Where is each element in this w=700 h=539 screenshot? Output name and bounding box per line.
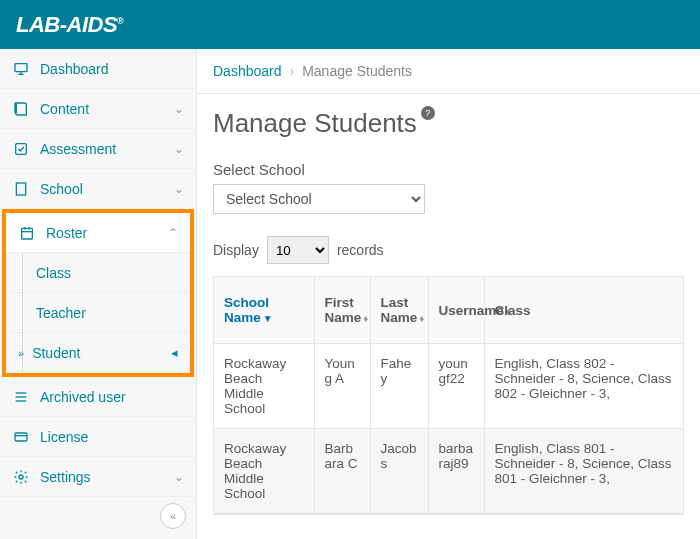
table-row: Rockaway Beach Middle School Young A Fah… xyxy=(214,344,684,429)
column-header-label: Last Name xyxy=(381,295,418,325)
help-icon[interactable]: ? xyxy=(421,106,435,120)
breadcrumb: Dashboard › Manage Students xyxy=(197,49,700,94)
sidebar-item-settings[interactable]: Settings ⌄ xyxy=(0,457,196,497)
sort-icon: ♦ xyxy=(419,313,424,324)
registered-mark: ® xyxy=(117,15,123,25)
column-header-username[interactable]: Username♦ xyxy=(428,277,484,344)
svg-rect-5 xyxy=(16,183,25,195)
sidebar-item-school[interactable]: School ⌄ xyxy=(0,169,196,209)
brand-logo: LAB-AIDS® xyxy=(16,12,123,38)
sidebar-item-dashboard[interactable]: Dashboard xyxy=(0,49,196,89)
topbar: LAB-AIDS® xyxy=(0,0,700,49)
chevron-up-icon: ⌃ xyxy=(168,226,178,240)
svg-point-21 xyxy=(19,475,23,479)
column-header-first-name[interactable]: First Name♦ xyxy=(314,277,370,344)
column-header-label: First Name xyxy=(325,295,362,325)
chevron-down-icon: ⌄ xyxy=(174,102,184,116)
table-row: Rockaway Beach Middle School Barbara C J… xyxy=(214,429,684,514)
svg-rect-12 xyxy=(22,228,33,239)
cell-class: English, Class 802 - Schneider - 8, Scie… xyxy=(484,344,684,429)
sidebar-item-content[interactable]: Content ⌄ xyxy=(0,89,196,129)
sidebar-subitem-label: Class xyxy=(36,265,178,281)
cell-first-name: Barbara C xyxy=(314,429,370,514)
sidebar-item-label: License xyxy=(40,429,184,445)
sidebar: Dashboard Content ⌄ Assessment ⌄ School … xyxy=(0,49,197,539)
sidebar-item-label: Assessment xyxy=(40,141,174,157)
main-content: Dashboard › Manage Students Manage Stude… xyxy=(197,49,700,539)
building-icon xyxy=(12,180,30,198)
monitor-icon xyxy=(12,60,30,78)
column-header-class[interactable]: Class xyxy=(484,277,684,344)
display-label: Display xyxy=(213,242,259,258)
sidebar-subitem-student[interactable]: » Student ◂ xyxy=(6,333,190,373)
students-table: School Name▼ First Name♦ Last Name♦ User… xyxy=(214,277,684,514)
sidebar-item-label: Archived user xyxy=(40,389,184,405)
gear-icon xyxy=(12,468,30,486)
content-area: Manage Students ? Select School Select S… xyxy=(197,94,700,529)
cell-class: English, Class 801 - Schneider - 8, Scie… xyxy=(484,429,684,514)
active-marker-icon: » xyxy=(18,347,24,359)
page-title: Manage Students ? xyxy=(213,108,684,139)
card-icon xyxy=(12,428,30,446)
sidebar-item-label: Roster xyxy=(46,225,168,241)
table-header-row: School Name▼ First Name♦ Last Name♦ User… xyxy=(214,277,684,344)
cell-school: Rockaway Beach Middle School xyxy=(214,344,314,429)
select-school-dropdown[interactable]: Select School xyxy=(213,184,425,214)
svg-rect-4 xyxy=(16,143,27,154)
breadcrumb-separator-icon: › xyxy=(290,63,295,79)
list-icon xyxy=(12,388,30,406)
breadcrumb-root[interactable]: Dashboard xyxy=(213,63,282,79)
layout: Dashboard Content ⌄ Assessment ⌄ School … xyxy=(0,49,700,539)
svg-rect-19 xyxy=(15,433,27,441)
column-header-label: Class xyxy=(495,303,531,318)
cell-last-name: Jacobs xyxy=(370,429,428,514)
chevron-down-icon: ⌄ xyxy=(174,470,184,484)
records-label: records xyxy=(337,242,384,258)
brand-text: LAB-AIDS xyxy=(16,12,117,37)
sidebar-subitem-class[interactable]: Class xyxy=(6,253,190,293)
sidebar-item-label: Content xyxy=(40,101,174,117)
cell-school: Rockaway Beach Middle School xyxy=(214,429,314,514)
sidebar-subitem-label: Student xyxy=(32,345,171,361)
calendar-icon xyxy=(18,224,36,242)
cell-last-name: Fahey xyxy=(370,344,428,429)
book-icon xyxy=(12,100,30,118)
students-table-wrap: School Name▼ First Name♦ Last Name♦ User… xyxy=(213,276,684,515)
sidebar-subitem-teacher[interactable]: Teacher xyxy=(6,293,190,333)
breadcrumb-current: Manage Students xyxy=(302,63,412,79)
sidebar-item-license[interactable]: License xyxy=(0,417,196,457)
sidebar-collapse-button[interactable]: « xyxy=(160,503,186,529)
sidebar-item-archived-user[interactable]: Archived user xyxy=(0,377,196,417)
select-school-label: Select School xyxy=(213,161,684,178)
caret-left-icon: ◂ xyxy=(171,345,178,360)
column-header-school-name[interactable]: School Name▼ xyxy=(214,277,314,344)
cell-username: barbaraj89 xyxy=(428,429,484,514)
sidebar-item-label: School xyxy=(40,181,174,197)
check-square-icon xyxy=(12,140,30,158)
sidebar-subitem-label: Teacher xyxy=(36,305,178,321)
sidebar-item-assessment[interactable]: Assessment ⌄ xyxy=(0,129,196,169)
cell-username: youngf22 xyxy=(428,344,484,429)
sort-icon: ♦ xyxy=(363,313,368,324)
chevron-down-icon: ⌄ xyxy=(174,142,184,156)
roster-highlight-box: Roster ⌃ Class Teacher » Student ◂ xyxy=(2,209,194,377)
display-records-row: Display 10 records xyxy=(213,236,684,264)
sidebar-item-roster[interactable]: Roster ⌃ xyxy=(6,213,190,253)
cell-first-name: Young A xyxy=(314,344,370,429)
sort-desc-icon: ▼ xyxy=(263,313,273,324)
sidebar-item-label: Dashboard xyxy=(40,61,184,77)
display-count-select[interactable]: 10 xyxy=(267,236,329,264)
chevron-down-icon: ⌄ xyxy=(174,182,184,196)
page-title-text: Manage Students xyxy=(213,108,417,139)
column-header-last-name[interactable]: Last Name♦ xyxy=(370,277,428,344)
svg-rect-0 xyxy=(15,63,27,71)
sidebar-item-label: Settings xyxy=(40,469,174,485)
